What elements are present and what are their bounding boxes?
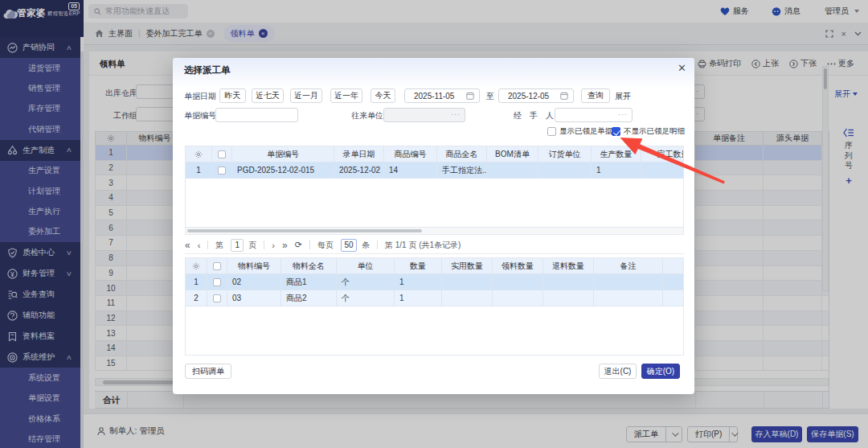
table-row[interactable]: 102商品1个1	[186, 274, 683, 290]
column-header[interactable]: 订货单位	[538, 146, 592, 162]
table1-horizontal-scrollbar[interactable]	[185, 228, 684, 235]
cell[interactable]: 2025-12-02	[334, 162, 384, 179]
table-header-row: 物料编号物料全名单位数量实用数量领料数量退料数量备注	[186, 258, 683, 274]
page-number-input[interactable]: 1	[231, 239, 244, 252]
cell[interactable]: 手工指定法...	[437, 162, 487, 179]
material-table: 物料编号物料全名单位数量实用数量领料数量退料数量备注102商品1个1203商品2…	[185, 257, 684, 356]
row-number: 2	[186, 290, 207, 306]
cell[interactable]: 1	[395, 274, 442, 290]
quick-1year-button[interactable]: 近一年	[330, 88, 362, 103]
column-header[interactable]: 物料编号	[227, 258, 281, 274]
scan-button[interactable]: 扫码调单	[185, 364, 231, 379]
cell[interactable]: 03	[227, 290, 281, 306]
date-filter-label: 单据日期	[184, 91, 216, 102]
date-from-input[interactable]: 2025-11-05	[404, 88, 480, 103]
ellipsis-icon[interactable]: ···	[451, 110, 461, 118]
last-page-icon[interactable]: »	[282, 240, 288, 251]
quick-yesterday-button[interactable]: 昨天	[219, 88, 246, 103]
cell[interactable]: PGD-2025-12-02-015	[232, 162, 334, 179]
select-paigongdan-dialog: 选择派工单 ✕ 单据日期 昨天 近七天 近一月 近一年 今天 2025-11-0…	[173, 58, 694, 394]
table-row[interactable]: 203商品2个1	[186, 290, 683, 306]
query-button[interactable]: 查询	[581, 88, 610, 103]
partner-label: 往来单位	[351, 110, 383, 121]
handler-input[interactable]: ···	[555, 108, 633, 122]
select-all-checkbox[interactable]	[212, 146, 232, 162]
cell[interactable]	[538, 162, 592, 179]
close-icon[interactable]: ✕	[678, 63, 686, 74]
cell[interactable]	[641, 162, 684, 179]
refresh-icon[interactable]: ⟳	[295, 240, 302, 250]
gear-icon	[192, 262, 200, 270]
checkbox-label: 不显示已领足明细	[624, 126, 685, 137]
column-header[interactable]: 单位	[337, 258, 395, 274]
row-checkbox[interactable]	[207, 274, 227, 290]
table-header-row: 单据编号录单日期商品编号商品全名BOM清单订货单位生产数量完工数量	[186, 146, 683, 162]
cell[interactable]: 商品2	[281, 290, 337, 306]
column-header[interactable]: 完工数量	[641, 146, 684, 162]
cell[interactable]	[543, 290, 594, 306]
settings-column[interactable]	[186, 146, 212, 162]
partner-input[interactable]: ···	[383, 108, 465, 122]
cell[interactable]: 商品1	[281, 274, 337, 290]
cell[interactable]	[442, 274, 493, 290]
prev-page-icon[interactable]: ‹	[198, 240, 201, 250]
column-header[interactable]: 数量	[395, 258, 442, 274]
show-fulfilled-checkbox[interactable]: 显示已领足单据	[547, 126, 613, 137]
hide-fulfilled-detail-checkbox[interactable]: 不显示已领足明细	[612, 126, 685, 137]
cell[interactable]: 个	[337, 274, 395, 290]
quick-today-button[interactable]: 今天	[371, 88, 395, 103]
cell[interactable]	[493, 274, 543, 290]
cell[interactable]: 14	[384, 162, 437, 179]
per-page-unit: 条	[362, 240, 370, 251]
cell[interactable]: 1	[395, 290, 442, 306]
page-label-pre: 第	[215, 240, 223, 251]
gear-icon	[194, 150, 203, 158]
row-checkbox[interactable]	[207, 290, 227, 306]
cell[interactable]	[487, 162, 538, 179]
column-header[interactable]: 录单日期	[334, 146, 384, 162]
page-summary: 第 1/1 页 (共1条记录)	[385, 240, 461, 251]
column-header[interactable]: 退料数量	[543, 258, 594, 274]
select-all-checkbox[interactable]	[207, 258, 227, 274]
per-page-input[interactable]: 50	[341, 239, 357, 252]
ellipsis-icon[interactable]: ···	[618, 110, 628, 118]
cell[interactable]	[543, 274, 594, 290]
cell[interactable]	[594, 274, 663, 290]
row-checkbox[interactable]	[212, 162, 232, 179]
column-header[interactable]: 单据编号	[232, 146, 334, 162]
column-header[interactable]: 实用数量	[442, 258, 493, 274]
cell[interactable]	[442, 290, 493, 306]
column-header[interactable]: 生产数量	[592, 146, 641, 162]
table-row[interactable]: 1PGD-2025-12-02-0152025-12-0214手工指定法...1	[186, 162, 683, 179]
filters-expand-link[interactable]: 展开	[615, 91, 631, 102]
date-to-input[interactable]: 2025-12-05	[498, 88, 574, 103]
checkbox-checked-icon[interactable]	[612, 127, 620, 136]
cell[interactable]: 个	[337, 290, 395, 306]
checkbox-unchecked-icon[interactable]	[547, 127, 556, 136]
settings-column[interactable]	[186, 258, 207, 274]
handler-label: 经 手 人	[514, 110, 554, 121]
page-label-post: 页	[248, 240, 256, 251]
date-from-value: 2025-11-05	[414, 92, 454, 101]
ok-button[interactable]: 确定(O)	[641, 364, 680, 379]
column-header[interactable]: BOM清单	[487, 146, 538, 162]
cell[interactable]: 1	[592, 162, 641, 179]
first-page-icon[interactable]: «	[185, 240, 190, 251]
column-header[interactable]: 领料数量	[493, 258, 543, 274]
row-number: 1	[186, 274, 207, 290]
calendar-icon	[560, 92, 568, 100]
column-header[interactable]: 商品全名	[437, 146, 487, 162]
pagination-bar: « ‹ 第 1 页 › » ⟳ 每页 50 条 第 1/1 页 (共1条记录)	[185, 236, 684, 254]
billno-input[interactable]	[215, 108, 298, 122]
quick-1month-button[interactable]: 近一月	[290, 88, 322, 103]
column-header[interactable]: 物料全名	[281, 258, 337, 274]
quick-7days-button[interactable]: 近七天	[252, 88, 284, 103]
cell[interactable]: 02	[227, 274, 281, 290]
cell[interactable]	[594, 290, 663, 306]
column-header[interactable]: 备注	[594, 258, 663, 274]
next-page-icon[interactable]: ›	[272, 240, 275, 250]
column-header[interactable]: 商品编号	[384, 146, 437, 162]
cell[interactable]	[493, 290, 543, 306]
exit-button[interactable]: 退出(C)	[599, 364, 637, 379]
to-label: 至	[486, 91, 494, 102]
